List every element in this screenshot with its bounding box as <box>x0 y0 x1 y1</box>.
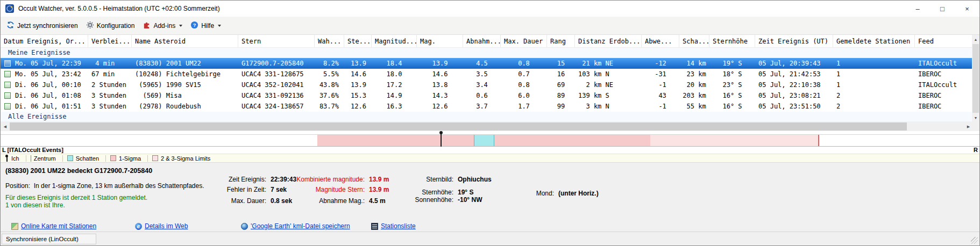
column-header-gemeldete_stationen[interactable]: Gemeldete Stationen <box>833 35 915 47</box>
column-header-feed[interactable]: Feed <box>915 35 973 47</box>
legend-label-1sigma: 1-Sigma <box>119 155 141 162</box>
event-icon <box>4 71 11 77</box>
close-button[interactable]: × <box>955 1 979 17</box>
cell-mag: 14.3 <box>417 90 463 101</box>
table-row[interactable]: Di. 06 Jul, 01:513 Stunden (2978) Roudeb… <box>1 101 973 112</box>
app-icon <box>5 4 15 13</box>
cell-gemeldete_stationen: 2 <box>833 90 915 101</box>
column-header-name_asteroid[interactable]: Name Asteroid <box>132 35 238 47</box>
zentrum-line-icon <box>31 155 31 162</box>
configuration-button[interactable]: Konfiguration <box>83 18 140 33</box>
table-row[interactable]: Mo. 05 Jul, 22:39 4 min(83830) 2001 UM22… <box>1 58 973 69</box>
column-header-schattenbreite[interactable]: Scha... <box>679 35 709 47</box>
sigma-limit-line-band <box>818 135 819 146</box>
column-header-sterngroesse[interactable]: Ste... <box>344 35 372 47</box>
table-body: Meine EreignisseMo. 05 Jul, 22:39 4 min(… <box>1 48 973 122</box>
maximize-button[interactable]: □ <box>930 1 955 17</box>
cell-rang: 69 <box>547 79 575 90</box>
cell-zeit_ut: 05 Jul, 21:42:53 <box>755 69 833 79</box>
cell-name_asteroid: (83830) 2001 UM22 <box>132 58 238 69</box>
scroll-right-arrow[interactable]: ▶ <box>964 122 973 131</box>
cell-feed: IBEROC <box>915 101 973 112</box>
cell-verbleibend: 67 min <box>88 69 132 79</box>
cell-distanz_erdoberflaeche: 21 km NE <box>575 58 642 69</box>
cell-abnahme: 3.5 <box>463 69 501 79</box>
app-window: Occult Watcher, ver. 5.0.0.5 - Heimatsta… <box>0 0 980 246</box>
cell-gemeldete_stationen: 1 <box>833 69 915 79</box>
sync-icon <box>6 21 15 31</box>
legend-item-23sigma: 2 & 3-Sigma Limits <box>148 155 217 162</box>
cell-abweichung: -1 <box>642 79 679 90</box>
title-bar[interactable]: Occult Watcher, ver. 5.0.0.5 - Heimatsta… <box>1 1 979 17</box>
legend-item-ich: Ich <box>1 155 26 162</box>
table-row[interactable]: Di. 06 Jul, 00:102 Stunden (5965) 1990 S… <box>1 79 973 90</box>
cell-magnitude_kombiniert: 18.4 <box>372 58 417 69</box>
google-earth-kml-link[interactable]: 'Google Earth' kml-Datei speichern <box>241 222 350 230</box>
station-list-link-label: Stationsliste <box>381 222 416 230</box>
position-pin-icon <box>5 155 9 162</box>
column-header-abweichung[interactable]: Abwe... <box>642 35 679 47</box>
column-header-stern[interactable]: Stern <box>238 35 315 47</box>
help-button[interactable]: ? Hilfe <box>187 18 226 33</box>
column-header-datum[interactable]: Datum Ereignis, Or... <box>1 35 88 47</box>
timeline-panel: L [ITALOccult Events] R <box>1 131 980 154</box>
cell-max_dauer: 0.7 <box>501 69 547 79</box>
cell-max_dauer: 6.0 <box>501 90 547 101</box>
event-icon <box>4 103 11 110</box>
column-header-magnitude_kombiniert[interactable]: Magnitud... <box>372 35 417 47</box>
cell-stern: UCAC4 331-092136 <box>238 90 315 101</box>
addins-button[interactable]: Add-ins <box>139 18 187 33</box>
cell-schattenbreite: 14 km <box>679 58 709 69</box>
ich-marker <box>441 132 442 147</box>
cell-stern: G172900.7-205840 <box>238 58 315 69</box>
cell-abweichung: -12 <box>642 58 679 69</box>
group-row[interactable]: Alle Ereignisse <box>1 112 973 122</box>
vertical-scrollbar[interactable]: ▲ ▼ <box>972 35 979 122</box>
column-header-verbleibend[interactable]: Verblei... <box>88 35 132 47</box>
timeline-strip[interactable] <box>1 134 980 147</box>
cell-sternhoehe: 16° S <box>709 90 755 101</box>
column-header-max_dauer[interactable]: Max. Dauer <box>501 35 547 47</box>
cell-datum: Di. 06 Jul, 00:10 <box>1 79 88 90</box>
column-header-mag[interactable]: Mag. <box>417 35 463 47</box>
column-header-zeit_ut[interactable]: Zeit Ereignis (UT) <box>755 35 833 47</box>
cell-distanz_erdoberflaeche: 3 km N <box>575 101 642 112</box>
column-header-abnahme[interactable]: Abnahm... <box>463 35 501 47</box>
cell-name_asteroid: (10248) Fichtelgebirge <box>132 69 238 79</box>
cell-stern: UCAC4 331-128675 <box>238 69 315 79</box>
cell-sterngroesse: 13.9 <box>344 58 372 69</box>
column-header-sternhoehe[interactable]: Sternhöhe <box>709 35 755 47</box>
web-details-link[interactable]: e Details im Web <box>135 222 188 230</box>
column-header-wahrscheinlichkeit[interactable]: Wah... <box>315 35 344 47</box>
cell-distanz_erdoberflaeche: 139 km S <box>575 90 642 101</box>
list-icon <box>371 223 378 230</box>
cell-distanz_erdoberflaeche: 103 km N <box>575 69 642 79</box>
resize-grip-icon[interactable] <box>971 237 978 244</box>
google-earth-kml-link-label: 'Google Earth' kml-Datei speichern <box>251 222 350 230</box>
scroll-down-arrow[interactable]: ▼ <box>972 113 979 122</box>
minimize-button[interactable]: – <box>905 1 930 17</box>
cell-rang: 16 <box>547 69 575 79</box>
group-row[interactable]: Meine Ereignisse <box>1 48 973 58</box>
scroll-up-arrow[interactable]: ▲ <box>972 35 979 44</box>
column-header-distanz_erdoberflaeche[interactable]: Distanz Erdob... <box>575 35 642 47</box>
cell-magnitude_kombiniert: 16.3 <box>372 101 417 112</box>
online-map-link[interactable]: Online Karte mit Stationen <box>11 222 96 230</box>
column-header-rang[interactable]: Rang <box>547 35 575 47</box>
cell-abweichung: 43 <box>642 90 679 101</box>
cell-max_dauer: 0.8 <box>501 79 547 90</box>
horizontal-scroll-thumb[interactable] <box>10 122 907 131</box>
sync-button[interactable]: Jetzt synchronisieren <box>3 18 83 33</box>
horizontal-scrollbar[interactable]: ◀ ▶ <box>1 122 973 131</box>
cell-gemeldete_stationen: 1 <box>833 58 915 69</box>
event-icon <box>4 60 11 67</box>
table-row[interactable]: Di. 06 Jul, 01:083 Stunden (569) MisaUCA… <box>1 90 973 101</box>
legend-label-schatten: Schatten <box>76 155 99 162</box>
vertical-scroll-thumb[interactable] <box>972 44 979 113</box>
station-list-link[interactable]: Stationsliste <box>371 222 416 230</box>
table-row[interactable]: Mo. 05 Jul, 23:4267 min(10248) Fichtelge… <box>1 69 973 79</box>
scroll-left-arrow[interactable]: ◀ <box>1 122 10 131</box>
cell-zeit_ut: 05 Jul, 20:39:43 <box>755 58 833 69</box>
legend-label-23sigma: 2 & 3-Sigma Limits <box>161 155 210 162</box>
configuration-button-label: Konfiguration <box>97 22 135 30</box>
